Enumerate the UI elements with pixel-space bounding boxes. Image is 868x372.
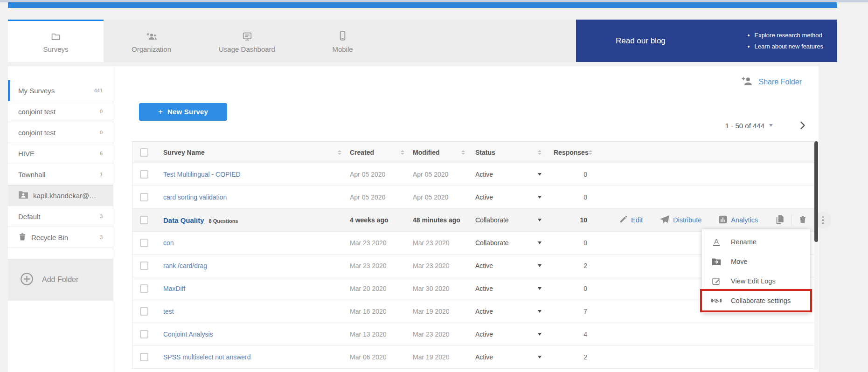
distribute-button[interactable]: Distribute: [660, 215, 701, 226]
tab-label: Usage Dashboard: [219, 45, 275, 53]
created-date: Mar 16 2020: [350, 308, 387, 315]
sidebar-item-conjoint-test[interactable]: conjoint test 0: [8, 101, 113, 122]
row-checkbox[interactable]: [140, 284, 148, 293]
menu-item-move[interactable]: Move: [702, 252, 810, 271]
row-responses-cell: 0: [550, 193, 601, 201]
rename-icon: A: [711, 238, 722, 247]
read-our-blog-link[interactable]: Read our blog: [616, 36, 666, 46]
next-page-button[interactable]: [800, 121, 806, 130]
row-modified-cell: Mar 23 2020: [409, 262, 470, 269]
sort-icon[interactable]: [338, 150, 341, 155]
folder-item-count: 0: [100, 130, 103, 135]
row-checkbox[interactable]: [140, 307, 148, 316]
row-created-cell: Apr 05 2020: [346, 193, 409, 201]
row-checkbox[interactable]: [140, 330, 148, 338]
distribute-label: Distribute: [673, 216, 701, 224]
mobile-icon: [338, 30, 347, 41]
menu-item-view-edit-logs[interactable]: View Edit Logs: [702, 271, 810, 291]
sidebar-item-recycle-bin[interactable]: Recycle Bin 3: [8, 227, 113, 248]
new-survey-button[interactable]: +New Survey: [139, 103, 227, 121]
sidebar-item-kapil-khandekar-que[interactable]: kapil.khandekar@que...: [8, 185, 113, 206]
row-status-dropdown[interactable]: Active: [470, 308, 550, 315]
header-created[interactable]: Created: [346, 149, 409, 156]
status-label: Active: [475, 262, 493, 269]
row-checkbox[interactable]: [140, 353, 148, 361]
status-label: Active: [475, 193, 493, 201]
duplicate-button[interactable]: [775, 214, 785, 227]
pagination-range-dropdown[interactable]: 1 - 50 of 444: [725, 122, 773, 130]
survey-name-link[interactable]: rank /card/drag: [163, 262, 207, 269]
status-label: Active: [475, 353, 493, 361]
status-label: Collaborate: [475, 216, 509, 224]
row-checkbox[interactable]: [140, 193, 148, 201]
modified-date: Mar 23 2020: [413, 262, 450, 269]
row-created-cell: Mar 06 2020: [346, 353, 409, 361]
row-status-dropdown[interactable]: Active: [470, 171, 550, 178]
banner-bullet[interactable]: Explore research method: [755, 30, 823, 41]
row-status-dropdown[interactable]: Active: [470, 262, 550, 269]
survey-name-link[interactable]: Conjoint Analysis: [163, 331, 213, 338]
row-checkbox[interactable]: [140, 239, 148, 247]
header-responses[interactable]: Responses: [550, 149, 601, 156]
survey-name-link[interactable]: con: [163, 239, 174, 247]
sidebar-item-my-surveys[interactable]: My Surveys 441: [8, 80, 113, 101]
analytics-button[interactable]: Analytics: [718, 215, 758, 226]
row-status-dropdown[interactable]: Active: [470, 285, 550, 292]
edit-button[interactable]: Edit: [619, 215, 643, 225]
nav-tab-surveys[interactable]: Surveys: [8, 20, 104, 62]
caret-down-icon: [538, 173, 542, 176]
add-folder-button[interactable]: Add Folder: [8, 259, 113, 301]
sort-icon[interactable]: [401, 150, 404, 155]
survey-name-link[interactable]: card sorting validation: [163, 193, 227, 201]
row-name-cell: rank /card/drag: [156, 262, 346, 269]
banner-bullet[interactable]: Learn about new features: [755, 41, 823, 52]
nav-tab-usage-dashboard[interactable]: Usage Dashboard: [199, 20, 295, 62]
delete-button[interactable]: [799, 215, 807, 226]
folder-item-count: 441: [94, 88, 103, 93]
survey-name-link[interactable]: Test Multilingual - COPIED: [163, 171, 241, 178]
folder-item-label: conjoint test: [18, 129, 56, 137]
survey-name-link[interactable]: SPSS multiselect not answerd: [163, 353, 251, 361]
pagination: 1 - 50 of 444: [725, 121, 806, 130]
share-folder-button[interactable]: Share Folder: [741, 76, 802, 87]
sidebar-item-default[interactable]: Default 3: [8, 206, 113, 227]
table-scrollbar-thumb[interactable]: [814, 141, 818, 242]
survey-table-row: Conjoint Analysis Mar 13 2020 Mar 23 202…: [132, 323, 817, 346]
folder-item-count: 3: [100, 214, 103, 219]
bar-chart-icon: [718, 215, 728, 226]
survey-name-link[interactable]: Data Quality: [163, 216, 204, 224]
nav-tab-organization[interactable]: Organization: [104, 20, 199, 62]
row-status-dropdown[interactable]: Collaborate: [470, 239, 550, 247]
responses-count: 7: [583, 308, 587, 315]
dashboard-icon: [242, 30, 253, 41]
nav-tab-mobile[interactable]: Mobile: [295, 20, 390, 62]
header-survey-name[interactable]: Survey Name: [156, 149, 346, 156]
row-checkbox[interactable]: [140, 262, 148, 270]
row-name-cell: Test Multilingual - COPIED: [156, 171, 346, 178]
sidebar-item-hive[interactable]: HIVE 6: [8, 143, 113, 164]
sort-icon[interactable]: [538, 150, 542, 155]
select-all-checkbox[interactable]: [140, 148, 148, 157]
table-scrollbar-track[interactable]: [814, 141, 818, 370]
menu-item-collaborate-settings[interactable]: Collaborate settings: [702, 291, 810, 310]
header-modified[interactable]: Modified: [409, 149, 470, 156]
header-status[interactable]: Status: [470, 149, 550, 156]
row-status-dropdown[interactable]: Collaborate: [470, 216, 550, 224]
sidebar-item-townhall[interactable]: Townhall 1: [8, 164, 113, 185]
row-status-dropdown[interactable]: Active: [470, 331, 550, 338]
row-status-dropdown[interactable]: Active: [470, 193, 550, 201]
survey-name-link[interactable]: MaxDiff: [163, 285, 185, 292]
responses-count: 4: [583, 331, 587, 338]
row-status-dropdown[interactable]: Active: [470, 353, 550, 361]
row-checkbox[interactable]: [140, 170, 148, 179]
row-created-cell: 4 weeks ago: [346, 216, 409, 224]
row-modified-cell: 48 minutes ago: [409, 216, 470, 224]
row-checkbox[interactable]: [140, 216, 148, 224]
sidebar-item-conjoint-test[interactable]: conjoint test 0: [8, 122, 113, 143]
sort-icon[interactable]: [589, 150, 592, 155]
menu-item-rename[interactable]: A Rename: [702, 232, 810, 252]
folder-icon: [50, 30, 61, 41]
sort-icon[interactable]: [461, 150, 465, 155]
responses-count: 0: [583, 285, 587, 292]
survey-name-link[interactable]: test: [163, 308, 174, 315]
